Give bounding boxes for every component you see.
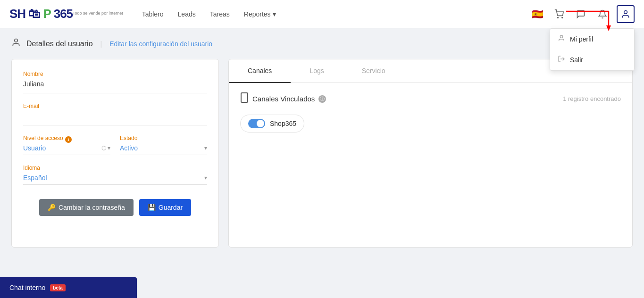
channel-toggle[interactable]: [248, 119, 265, 128]
cart-icon[interactable]: [552, 7, 567, 22]
nivel-acceso-label: Nivel de acceso: [23, 135, 63, 141]
nombre-label: Nombre: [23, 71, 207, 77]
dropdown-mi-perfil[interactable]: Mi perfil: [550, 29, 634, 50]
tab-servicio[interactable]: Servicio: [343, 59, 404, 83]
email-label: E-mail: [23, 103, 207, 109]
profile-icon: [558, 34, 565, 44]
nivel-acceso-chevron-icon: ⬡ ▾: [101, 145, 110, 151]
logo: SH 🛍 P 365 Todo se vende por internet: [9, 7, 123, 21]
header-person-icon: [11, 38, 21, 50]
nav-tareas[interactable]: Tareas: [210, 10, 230, 18]
canales-info-icon[interactable]: ⓘ: [318, 95, 326, 103]
nivel-acceso-select[interactable]: Usuario ⬡ ▾: [23, 144, 110, 155]
toggle-thumb: [257, 120, 264, 127]
user-dropdown: Mi perfil Salir: [550, 28, 635, 71]
nivel-acceso-field-group: Nivel de acceso ℹ Usuario ⬡ ▾: [23, 135, 110, 155]
nav-tablero[interactable]: Tablero: [142, 10, 164, 18]
flag-icon[interactable]: 🇪🇸: [530, 7, 545, 22]
page-header: Detalles del usuario | Editar las config…: [11, 38, 633, 50]
svg-point-8: [15, 39, 18, 42]
nav-links: Tablero Leads Tareas Reportes ▾: [142, 10, 530, 18]
edit-user-link[interactable]: Editar las configuración del usuario: [109, 40, 212, 48]
dropdown-salir[interactable]: Salir: [550, 50, 634, 70]
button-row: 🔑 Cambiar la contraseña 💾 Guardar: [23, 199, 207, 216]
key-icon: 🔑: [48, 204, 56, 211]
tabs-card: Canales Logs Servicio Canales Vinculados: [228, 59, 633, 248]
tab-canales-content: Canales Vinculados ⓘ 1 registro encontra…: [229, 83, 632, 142]
estado-select[interactable]: Activo ▾: [120, 144, 207, 155]
tab-canales[interactable]: Canales: [229, 59, 291, 83]
title-separator: |: [100, 40, 102, 48]
estado-label: Estado: [120, 135, 207, 141]
svg-point-2: [624, 10, 627, 14]
email-field-group: E-mail: [23, 103, 207, 125]
canales-header: Canales Vinculados ⓘ 1 registro encontra…: [240, 92, 621, 105]
nivel-acceso-label-wrapper: Nivel de acceso ℹ: [23, 135, 110, 144]
page-content: Detalles del usuario | Editar las config…: [0, 28, 644, 257]
idioma-select[interactable]: Español ▾: [23, 174, 207, 185]
chat-icon[interactable]: [573, 7, 588, 22]
logout-icon: [558, 55, 565, 65]
user-form-card: Nombre Juliana E-mail Nivel de acceso ℹ …: [11, 59, 219, 248]
email-value: [23, 112, 207, 125]
tab-logs[interactable]: Logs: [291, 59, 343, 83]
canales-title: Canales Vinculados ⓘ: [240, 92, 326, 105]
page-title: Detalles del usuario: [26, 40, 93, 48]
info-icon: ℹ: [65, 136, 72, 143]
mobile-icon: [240, 92, 249, 105]
svg-point-6: [560, 35, 562, 38]
nav-leads[interactable]: Leads: [178, 10, 196, 18]
idioma-label: Idioma: [23, 165, 207, 171]
chevron-down-icon: ▾: [273, 10, 276, 18]
canales-title-text: Canales Vinculados: [252, 95, 315, 103]
idioma-field-group: Idioma Español ▾: [23, 165, 207, 185]
nivel-estado-row: Nivel de acceso ℹ Usuario ⬡ ▾ Estado Act…: [23, 135, 207, 165]
idioma-chevron-icon: ▾: [204, 174, 207, 181]
nivel-acceso-select-wrapper: Usuario ⬡ ▾: [23, 144, 110, 155]
nombre-field-group: Nombre Juliana: [23, 71, 207, 93]
svg-point-1: [562, 17, 563, 18]
bell-icon[interactable]: [595, 7, 610, 22]
nombre-value: Juliana: [23, 80, 207, 93]
nav-reportes[interactable]: Reportes ▾: [244, 10, 276, 18]
navbar: SH 🛍 P 365 Todo se vende por internet Ta…: [0, 0, 644, 28]
change-password-button[interactable]: 🔑 Cambiar la contraseña: [39, 199, 134, 216]
svg-point-0: [558, 17, 559, 18]
navbar-right: 🇪🇸: [530, 5, 635, 23]
main-grid: Nombre Juliana E-mail Nivel de acceso ℹ …: [11, 59, 633, 248]
canales-count: 1 registro encontrado: [563, 95, 621, 102]
save-icon: 💾: [148, 204, 156, 211]
channel-shop365[interactable]: Shop365: [240, 115, 304, 132]
channel-name: Shop365: [270, 120, 296, 127]
estado-chevron-icon: ▾: [204, 145, 207, 151]
user-menu-button[interactable]: [617, 5, 635, 23]
save-button[interactable]: 💾 Guardar: [139, 199, 191, 216]
estado-field-group: Estado Activo ▾: [120, 135, 207, 155]
